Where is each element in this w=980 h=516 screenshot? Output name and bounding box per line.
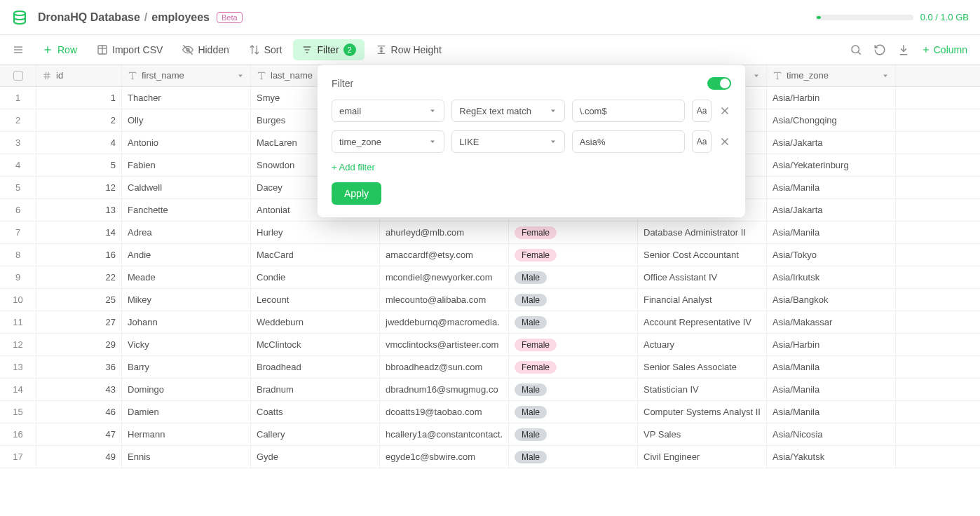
hidden-columns-button[interactable]: Hidden — [174, 40, 237, 60]
cell-jobtitle[interactable]: Senior Sales Associate — [638, 356, 767, 378]
cell-gender[interactable]: Male — [509, 266, 638, 288]
row-height-button[interactable]: Row Height — [367, 40, 450, 60]
cell-last-name[interactable]: MacCard — [251, 244, 380, 266]
cell-jobtitle[interactable]: Database Administrator II — [638, 222, 767, 243]
table-row[interactable]: 1546DamienCoattsdcoatts19@taobao.comMale… — [0, 401, 980, 423]
cell-timezone[interactable]: Asia/Yakutsk — [767, 446, 896, 468]
table-row[interactable]: 1336BarryBroadheadbbroadheadz@sun.comFem… — [0, 356, 980, 379]
cell-first-name[interactable]: Thacher — [122, 87, 251, 109]
cell-id[interactable]: 49 — [36, 446, 122, 468]
cell-gender[interactable]: Male — [509, 289, 638, 311]
table-row[interactable]: 1025MikeyLecountmlecounto@alibaba.comMal… — [0, 289, 980, 311]
table-row[interactable]: 1749EnnisGydeegyde1c@sbwire.comMaleCivil… — [0, 446, 980, 468]
cell-gender[interactable]: Male — [509, 401, 638, 423]
cell-id[interactable]: 12 — [36, 177, 122, 198]
breadcrumb-app[interactable]: DronaHQ Database — [38, 11, 140, 24]
cell-id[interactable]: 46 — [36, 401, 122, 423]
filter-field-select[interactable]: email — [332, 100, 444, 122]
cell-id[interactable]: 16 — [36, 244, 122, 266]
add-column-button[interactable]: Column — [921, 44, 967, 55]
cell-timezone[interactable]: Asia/Harbin — [767, 87, 896, 109]
cell-timezone[interactable]: Asia/Bangkok — [767, 289, 896, 311]
cell-first-name[interactable]: Antonio — [122, 132, 251, 154]
table-row[interactable]: 816AndieMacCardamaccardf@etsy.comFemaleS… — [0, 244, 980, 266]
cell-gender[interactable]: Male — [509, 423, 638, 445]
cell-jobtitle[interactable]: Computer Systems Analyst II — [638, 401, 767, 423]
cell-jobtitle[interactable]: Actuary — [638, 334, 767, 355]
cell-gender[interactable]: Male — [509, 311, 638, 333]
cell-id[interactable]: 5 — [36, 154, 122, 176]
cell-last-name[interactable]: Coatts — [251, 401, 380, 423]
cell-jobtitle[interactable]: Statistician IV — [638, 379, 767, 400]
cell-email[interactable]: hcallery1a@constantcontact. — [380, 423, 509, 445]
cell-id[interactable]: 25 — [36, 289, 122, 311]
cell-first-name[interactable]: Andie — [122, 244, 251, 266]
cell-last-name[interactable]: Lecount — [251, 289, 380, 311]
cell-gender[interactable]: Female — [509, 244, 638, 266]
cell-timezone[interactable]: Asia/Chongqing — [767, 109, 896, 131]
cell-timezone[interactable]: Asia/Irkutsk — [767, 266, 896, 288]
cell-last-name[interactable]: McClintock — [251, 334, 380, 355]
table-row[interactable]: 714AdreaHurleyahurleyd@mlb.comFemaleData… — [0, 222, 980, 244]
cell-timezone[interactable]: Asia/Nicosia — [767, 423, 896, 445]
cell-last-name[interactable]: Condie — [251, 266, 380, 288]
cell-id[interactable]: 2 — [36, 109, 122, 131]
cell-last-name[interactable]: Weddeburn — [251, 311, 380, 333]
cell-first-name[interactable]: Barry — [122, 356, 251, 378]
table-row[interactable]: 1229VickyMcClintockvmcclintocks@artistee… — [0, 334, 980, 356]
download-icon[interactable] — [897, 43, 910, 56]
cell-email[interactable]: dcoatts19@taobao.com — [380, 401, 509, 423]
cell-first-name[interactable]: Johann — [122, 311, 251, 333]
cell-email[interactable]: egyde1c@sbwire.com — [380, 446, 509, 468]
cell-last-name[interactable]: Broadhead — [251, 356, 380, 378]
cell-timezone[interactable]: Asia/Manila — [767, 379, 896, 400]
cell-jobtitle[interactable]: Financial Analyst — [638, 289, 767, 311]
cell-timezone[interactable]: Asia/Manila — [767, 356, 896, 378]
select-all-cell[interactable] — [0, 64, 36, 86]
cell-first-name[interactable]: Fanchette — [122, 199, 251, 221]
import-csv-button[interactable]: Import CSV — [88, 40, 171, 60]
cell-jobtitle[interactable]: VP Sales — [638, 423, 767, 445]
cell-last-name[interactable]: Hurley — [251, 222, 380, 243]
cell-id[interactable]: 1 — [36, 87, 122, 109]
cell-last-name[interactable]: Bradnum — [251, 379, 380, 400]
cell-email[interactable]: ahurleyd@mlb.com — [380, 222, 509, 243]
filter-operator-select[interactable]: LIKE — [451, 130, 564, 153]
menu-button[interactable] — [6, 40, 31, 60]
filter-operator-select[interactable]: RegEx text match — [451, 100, 564, 122]
cell-first-name[interactable]: Caldwell — [122, 177, 251, 198]
sort-button[interactable]: Sort — [240, 40, 291, 60]
cell-timezone[interactable]: Asia/Manila — [767, 177, 896, 198]
cell-timezone[interactable]: Asia/Jakarta — [767, 132, 896, 154]
filter-field-select[interactable]: time_zone — [332, 130, 444, 153]
table-row[interactable]: 1443DomingoBradnumdbradnum16@smugmug.coM… — [0, 379, 980, 401]
cell-jobtitle[interactable]: Account Representative IV — [638, 311, 767, 333]
cell-id[interactable]: 36 — [36, 356, 122, 378]
cell-gender[interactable]: Female — [509, 222, 638, 243]
search-icon[interactable] — [850, 43, 862, 56]
case-sensitivity-button[interactable]: Aa — [692, 130, 712, 153]
filter-value-input[interactable]: Asia% — [572, 130, 685, 153]
cell-first-name[interactable]: Olly — [122, 109, 251, 131]
filter-button[interactable]: Filter 2 — [293, 39, 364, 60]
cell-timezone[interactable]: Asia/Tokyo — [767, 244, 896, 266]
cell-email[interactable]: vmcclintocks@artisteer.com — [380, 334, 509, 355]
cell-id[interactable]: 47 — [36, 423, 122, 445]
refresh-icon[interactable] — [873, 43, 886, 56]
add-filter-link[interactable]: + Add filter — [332, 162, 375, 172]
cell-first-name[interactable]: Ennis — [122, 446, 251, 468]
cell-id[interactable]: 43 — [36, 379, 122, 400]
case-sensitivity-button[interactable]: Aa — [692, 100, 712, 122]
cell-email[interactable]: amaccardf@etsy.com — [380, 244, 509, 266]
cell-gender[interactable]: Female — [509, 356, 638, 378]
cell-last-name[interactable]: Callery — [251, 423, 380, 445]
cell-timezone[interactable]: Asia/Manila — [767, 222, 896, 243]
table-row[interactable]: 1647HermannCalleryhcallery1a@constantcon… — [0, 423, 980, 446]
cell-jobtitle[interactable]: Senior Cost Accountant — [638, 244, 767, 266]
column-header-id[interactable]: id — [36, 64, 122, 86]
cell-id[interactable]: 29 — [36, 334, 122, 355]
cell-timezone[interactable]: Asia/Jakarta — [767, 199, 896, 221]
cell-email[interactable]: mlecounto@alibaba.com — [380, 289, 509, 311]
column-header-timezone[interactable]: time_zone — [767, 64, 896, 86]
cell-id[interactable]: 4 — [36, 132, 122, 154]
